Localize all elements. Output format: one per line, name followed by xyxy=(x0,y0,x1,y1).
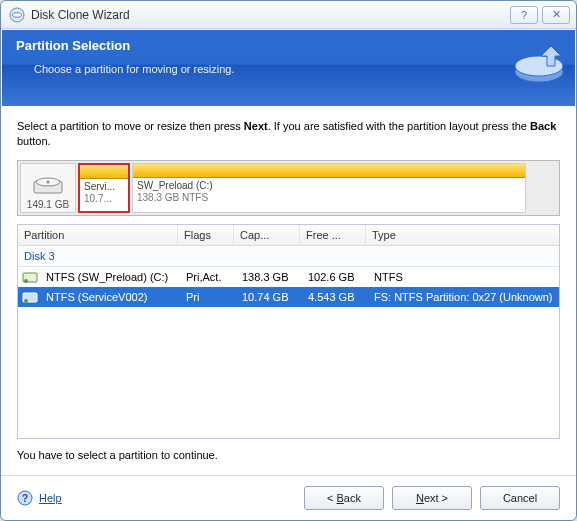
svg-point-10 xyxy=(24,299,28,303)
disk-group-row[interactable]: Disk 3 xyxy=(18,246,559,267)
app-icon xyxy=(9,7,25,23)
svg-point-6 xyxy=(47,180,50,183)
page-subtitle: Choose a partition for moving or resizin… xyxy=(16,63,561,75)
next-button[interactable]: Next > xyxy=(392,486,472,510)
instruction-text: Select a partition to move or resize the… xyxy=(17,119,560,150)
svg-text:?: ? xyxy=(22,493,28,504)
page-title: Partition Selection xyxy=(16,38,561,53)
help-link[interactable]: ? Help xyxy=(17,490,62,506)
partition-table: Partition Flags Cap... Free ... Type Dis… xyxy=(17,224,560,439)
partition-icon xyxy=(22,269,38,285)
disk-icon-box[interactable]: 149.1 GB xyxy=(20,163,76,213)
wizard-window: Disk Clone Wizard ? ✕ Partition Selectio… xyxy=(0,0,577,521)
disk-decor-icon xyxy=(511,38,567,94)
footer-message: You have to select a partition to contin… xyxy=(17,449,560,461)
svg-point-8 xyxy=(24,279,28,283)
table-row[interactable]: NTFS (SW_Preload) (C:)Pri,Act.138.3 GB10… xyxy=(18,267,559,287)
col-type[interactable]: Type xyxy=(366,225,559,245)
window-title: Disk Clone Wizard xyxy=(31,8,510,22)
hdd-icon xyxy=(33,175,63,197)
col-partition[interactable]: Partition xyxy=(18,225,178,245)
close-window-button[interactable]: ✕ xyxy=(542,6,570,24)
titlebar: Disk Clone Wizard ? ✕ xyxy=(1,1,576,29)
wizard-header: Partition Selection Choose a partition f… xyxy=(2,30,575,106)
svg-point-1 xyxy=(13,12,22,16)
col-flags[interactable]: Flags xyxy=(178,225,234,245)
table-row[interactable]: NTFS (ServiceV002)Pri10.74 GB4.543 GBFS:… xyxy=(18,287,559,307)
col-free[interactable]: Free ... xyxy=(300,225,366,245)
button-bar: ? Help < Back Next > Cancel xyxy=(1,475,576,520)
cancel-button[interactable]: Cancel xyxy=(480,486,560,510)
disk-map: 149.1 GB Servi...10.7...SW_Preload (C:)1… xyxy=(17,160,560,216)
table-header: Partition Flags Cap... Free ... Type xyxy=(18,225,559,246)
partition-box-1[interactable]: SW_Preload (C:)138.3 GB NTFS xyxy=(132,163,526,213)
col-capacity[interactable]: Cap... xyxy=(234,225,300,245)
disk-size: 149.1 GB xyxy=(27,199,69,210)
help-icon: ? xyxy=(17,490,33,506)
help-window-button[interactable]: ? xyxy=(510,6,538,24)
partition-box-0[interactable]: Servi...10.7... xyxy=(78,163,130,213)
partition-icon xyxy=(22,289,38,305)
back-button[interactable]: < Back xyxy=(304,486,384,510)
svg-point-3 xyxy=(515,56,563,76)
